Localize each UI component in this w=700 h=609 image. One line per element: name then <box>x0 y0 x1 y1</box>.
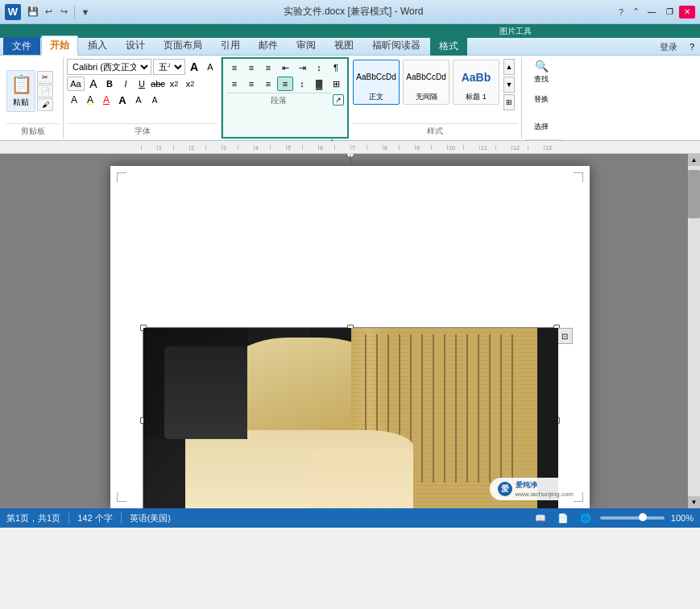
copy-button[interactable]: 📄 <box>37 85 53 97</box>
font-clear-button[interactable]: A <box>86 77 101 91</box>
quick-access-undo[interactable]: ↩ <box>42 6 55 19</box>
status-sep2 <box>121 512 122 524</box>
numbering-button[interactable]: ≡ <box>243 60 259 75</box>
tab-home[interactable]: 开始 <box>41 35 78 56</box>
vertical-scrollbar[interactable]: ▲ ▼ <box>688 154 700 508</box>
tab-page-layout[interactable]: 页面布局 <box>155 35 211 55</box>
align-right-button[interactable]: ≡ <box>260 77 276 91</box>
scroll-thumb[interactable] <box>688 170 700 218</box>
find-label: 查找 <box>534 74 549 85</box>
paste-button[interactable]: 📋 粘贴 <box>6 70 35 112</box>
tab-design[interactable]: 设计 <box>117 35 154 55</box>
sort-button[interactable]: ↕ <box>311 60 327 75</box>
styles-section-label: 样式 <box>352 123 518 137</box>
font-up-button[interactable]: A <box>115 93 130 107</box>
view-web-button[interactable]: 🌐 <box>578 512 594 524</box>
win-close[interactable]: ✕ <box>679 6 695 19</box>
align-left-button[interactable]: ≡ <box>226 77 242 91</box>
styles-scroll-up[interactable]: ▲ ▼ ⊞ <box>503 59 515 123</box>
clear-format-button[interactable]: A <box>147 93 162 107</box>
tab-file[interactable]: 文件 <box>3 37 40 55</box>
font-size-select[interactable]: 五号 <box>153 59 185 75</box>
quick-access-save[interactable]: 💾 <box>27 6 39 19</box>
font-down-button[interactable]: A <box>131 93 146 107</box>
select-button[interactable]: 选择 <box>525 114 557 139</box>
text-highlight-button[interactable]: A <box>83 93 97 107</box>
title-bar-left: W 💾 ↩ ↪ ▼ <box>5 4 92 20</box>
text-effect-button[interactable]: A <box>67 93 81 107</box>
win-restore[interactable]: ❐ <box>661 6 677 19</box>
font-superscript-button[interactable]: x2 <box>183 77 197 91</box>
scroll-down-button[interactable]: ▼ <box>688 496 700 508</box>
view-page-button[interactable]: 📄 <box>555 512 571 524</box>
watermark-line1: 爱纯净 <box>516 480 574 491</box>
multilevel-button[interactable]: ≡ <box>260 60 276 75</box>
status-bar: 第1页，共1页 142 个字 英语(美国) 📖 📄 🌐 100% <box>0 508 700 528</box>
style-heading1-preview: AaBb <box>462 62 491 92</box>
paragraph-section-label: 段落 <box>226 93 331 106</box>
zoom-thumb[interactable] <box>639 513 647 521</box>
clipboard-label: 剪贴板 <box>6 123 60 137</box>
scroll-up-button[interactable]: ▲ <box>688 154 700 166</box>
ribbon-collapse[interactable]: ⌃ <box>629 6 642 19</box>
tab-view[interactable]: 视图 <box>325 35 362 55</box>
tab-mailings[interactable]: 邮件 <box>250 35 287 55</box>
shading-button[interactable]: ▓ <box>311 77 327 91</box>
tab-references[interactable]: 引用 <box>212 35 249 55</box>
line-spacing-button[interactable]: ↕ <box>294 77 310 91</box>
style-no-spacing-label: 无间隔 <box>416 92 437 102</box>
word-logo-icon[interactable]: W <box>5 4 21 20</box>
find-button[interactable]: 🔍 查找 <box>525 59 557 85</box>
style-heading1-label: 标题 1 <box>466 92 487 102</box>
clipboard-small-buttons: ✂ 📄 🖌 <box>37 71 53 111</box>
font-strikethrough-button[interactable]: abc <box>151 77 165 91</box>
format-painter-button[interactable]: 🖌 <box>37 98 53 111</box>
quick-access-customize[interactable]: ▼ <box>79 6 92 19</box>
help-icon[interactable]: ? <box>684 39 700 55</box>
replace-label: 替换 <box>534 94 549 105</box>
style-heading1[interactable]: AaBb 标题 1 <box>453 60 499 105</box>
borders-button[interactable]: ⊞ <box>328 77 344 91</box>
paragraph-dialog-launcher[interactable]: ↗ <box>333 94 344 106</box>
help-button[interactable]: ? <box>615 6 628 19</box>
tab-review[interactable]: 审阅 <box>288 35 325 55</box>
replace-button[interactable]: 替换 <box>525 86 557 112</box>
ribbon-tabs: 文件 开始 插入 设计 页面布局 引用 邮件 审阅 视图 福昕阅读器 格式 登录… <box>0 38 700 56</box>
view-read-button[interactable]: 📖 <box>532 512 549 524</box>
quick-access-redo[interactable]: ↪ <box>57 6 70 19</box>
font-shrink-button[interactable]: A <box>203 60 217 74</box>
show-marks-button[interactable]: ¶ <box>328 60 344 75</box>
watermark-line2: www.aichunjing.com <box>516 491 574 498</box>
zoom-level: 100% <box>671 513 694 523</box>
tab-foxit[interactable]: 福昕阅读器 <box>363 35 429 55</box>
style-normal-preview: AaBbCcDd <box>356 62 396 92</box>
font-color-button[interactable]: A <box>99 93 114 107</box>
image-layout-button[interactable]: ⊡ <box>557 328 573 344</box>
increase-indent-button[interactable]: ⇥ <box>294 60 310 75</box>
font-bold-button[interactable]: B <box>102 77 117 91</box>
win-minimize[interactable]: — <box>644 6 660 19</box>
tab-format[interactable]: 格式 <box>430 36 467 56</box>
watermark: 爱 爱纯净 www.aichunjing.com <box>490 478 582 500</box>
bullets-button[interactable]: ≡ <box>226 60 242 75</box>
font-name-select[interactable]: Calibri (西文正文) <box>67 59 151 75</box>
font-underline-button[interactable]: U <box>135 77 149 91</box>
decrease-indent-button[interactable]: ⇤ <box>277 60 293 75</box>
zoom-slider[interactable] <box>600 516 665 520</box>
paste-icon: 📋 <box>10 74 32 95</box>
font-grow-button[interactable]: A <box>187 60 201 74</box>
style-normal[interactable]: AaBbCcDd 正文 <box>353 60 400 105</box>
cut-button[interactable]: ✂ <box>37 71 53 84</box>
align-center-button[interactable]: ≡ <box>243 77 259 91</box>
ruler-content: 1 2 3 4 5 6 7 8 9 10 11 12 13 <box>141 145 588 150</box>
justify-button[interactable]: ≡ <box>277 77 293 91</box>
document-area[interactable]: ▲ ▼ ⊡ <box>0 154 700 508</box>
font-subscript-button[interactable]: x2 <box>167 77 181 91</box>
document-page: ⊡ <box>110 166 590 508</box>
ribbon-clipboard-section: 📋 粘贴 ✂ 📄 🖌 剪贴板 <box>3 57 64 139</box>
style-no-spacing[interactable]: AaBbCcDd 无间隔 <box>403 60 449 105</box>
font-options-button[interactable]: Aa <box>67 77 85 91</box>
tab-insert[interactable]: 插入 <box>79 35 116 55</box>
sign-in-button[interactable]: 登录 <box>653 39 684 55</box>
font-italic-button[interactable]: I <box>118 77 133 91</box>
